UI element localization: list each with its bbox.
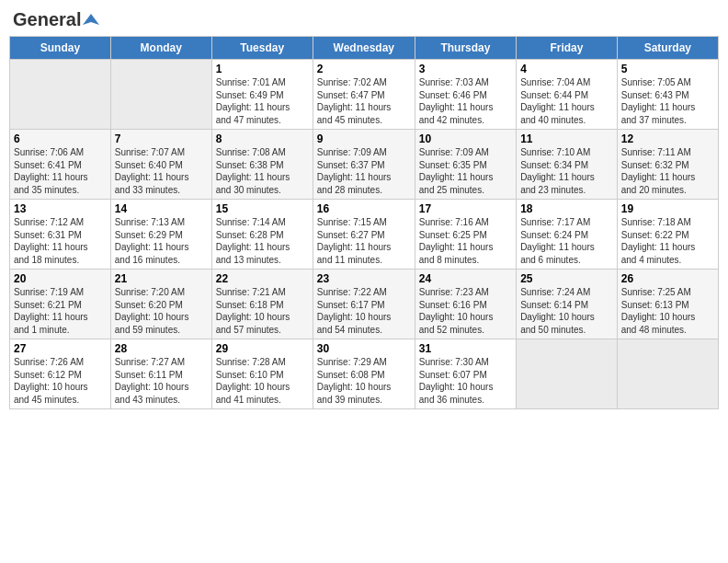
calendar-cell bbox=[110, 60, 211, 130]
day-number: 16 bbox=[317, 202, 411, 215]
calendar-week-row: 20Sunrise: 7:19 AM Sunset: 6:21 PM Dayli… bbox=[10, 270, 719, 339]
calendar-cell: 17Sunrise: 7:16 AM Sunset: 6:25 PM Dayli… bbox=[415, 200, 516, 270]
calendar-cell bbox=[617, 339, 718, 409]
day-number: 1 bbox=[216, 63, 309, 75]
day-info: Sunrise: 7:14 AM Sunset: 6:28 PM Dayligh… bbox=[216, 216, 309, 266]
calendar-week-row: 1Sunrise: 7:01 AM Sunset: 6:49 PM Daylig… bbox=[10, 60, 719, 130]
day-number: 18 bbox=[520, 202, 613, 215]
day-number: 30 bbox=[317, 342, 411, 355]
calendar-week-row: 27Sunrise: 7:26 AM Sunset: 6:12 PM Dayli… bbox=[10, 339, 719, 409]
calendar-cell: 31Sunrise: 7:30 AM Sunset: 6:07 PM Dayli… bbox=[415, 339, 516, 409]
col-header-friday: Friday bbox=[517, 37, 618, 60]
day-number: 9 bbox=[317, 132, 411, 145]
calendar-cell: 24Sunrise: 7:23 AM Sunset: 6:16 PM Dayli… bbox=[415, 270, 516, 339]
day-number: 27 bbox=[14, 342, 107, 355]
calendar-cell: 16Sunrise: 7:15 AM Sunset: 6:27 PM Dayli… bbox=[313, 200, 415, 270]
day-info: Sunrise: 7:08 AM Sunset: 6:38 PM Dayligh… bbox=[216, 146, 309, 196]
calendar-cell: 25Sunrise: 7:24 AM Sunset: 6:14 PM Dayli… bbox=[517, 270, 618, 339]
day-info: Sunrise: 7:27 AM Sunset: 6:11 PM Dayligh… bbox=[115, 356, 208, 406]
day-info: Sunrise: 7:25 AM Sunset: 6:13 PM Dayligh… bbox=[621, 286, 714, 336]
day-number: 26 bbox=[621, 272, 714, 285]
col-header-tuesday: Tuesday bbox=[211, 37, 313, 60]
day-info: Sunrise: 7:24 AM Sunset: 6:14 PM Dayligh… bbox=[520, 286, 613, 336]
day-info: Sunrise: 7:23 AM Sunset: 6:16 PM Dayligh… bbox=[419, 286, 512, 336]
day-info: Sunrise: 7:13 AM Sunset: 6:29 PM Dayligh… bbox=[115, 216, 208, 266]
calendar-cell: 23Sunrise: 7:22 AM Sunset: 6:17 PM Dayli… bbox=[313, 270, 415, 339]
calendar-cell: 22Sunrise: 7:21 AM Sunset: 6:18 PM Dayli… bbox=[211, 270, 313, 339]
calendar-cell: 20Sunrise: 7:19 AM Sunset: 6:21 PM Dayli… bbox=[10, 270, 111, 339]
day-number: 29 bbox=[216, 342, 309, 355]
day-number: 24 bbox=[419, 272, 512, 285]
day-info: Sunrise: 7:10 AM Sunset: 6:34 PM Dayligh… bbox=[520, 146, 613, 196]
calendar-cell: 8Sunrise: 7:08 AM Sunset: 6:38 PM Daylig… bbox=[211, 130, 313, 200]
calendar-cell bbox=[517, 339, 618, 409]
col-header-saturday: Saturday bbox=[617, 37, 718, 60]
day-info: Sunrise: 7:21 AM Sunset: 6:18 PM Dayligh… bbox=[216, 286, 309, 336]
day-info: Sunrise: 7:16 AM Sunset: 6:25 PM Dayligh… bbox=[419, 216, 512, 266]
calendar-cell: 26Sunrise: 7:25 AM Sunset: 6:13 PM Dayli… bbox=[617, 270, 718, 339]
calendar-cell: 7Sunrise: 7:07 AM Sunset: 6:40 PM Daylig… bbox=[110, 130, 211, 200]
day-info: Sunrise: 7:28 AM Sunset: 6:10 PM Dayligh… bbox=[216, 356, 309, 406]
calendar-cell: 28Sunrise: 7:27 AM Sunset: 6:11 PM Dayli… bbox=[110, 339, 211, 409]
calendar-cell: 29Sunrise: 7:28 AM Sunset: 6:10 PM Dayli… bbox=[211, 339, 313, 409]
day-number: 11 bbox=[520, 132, 613, 145]
day-info: Sunrise: 7:26 AM Sunset: 6:12 PM Dayligh… bbox=[14, 356, 107, 406]
calendar-cell: 3Sunrise: 7:03 AM Sunset: 6:46 PM Daylig… bbox=[415, 60, 516, 130]
logo-bird-icon bbox=[83, 12, 99, 29]
day-info: Sunrise: 7:15 AM Sunset: 6:27 PM Dayligh… bbox=[317, 216, 411, 266]
day-info: Sunrise: 7:04 AM Sunset: 6:44 PM Dayligh… bbox=[520, 76, 613, 126]
col-header-monday: Monday bbox=[110, 37, 211, 60]
day-number: 13 bbox=[14, 202, 107, 215]
calendar-cell: 9Sunrise: 7:09 AM Sunset: 6:37 PM Daylig… bbox=[313, 130, 415, 200]
calendar-header-row: SundayMondayTuesdayWednesdayThursdayFrid… bbox=[10, 37, 719, 60]
day-info: Sunrise: 7:30 AM Sunset: 6:07 PM Dayligh… bbox=[419, 356, 512, 406]
svg-marker-0 bbox=[83, 14, 99, 25]
day-number: 5 bbox=[621, 63, 714, 75]
calendar-cell: 6Sunrise: 7:06 AM Sunset: 6:41 PM Daylig… bbox=[10, 130, 111, 200]
calendar-cell: 14Sunrise: 7:13 AM Sunset: 6:29 PM Dayli… bbox=[110, 200, 211, 270]
day-number: 7 bbox=[115, 132, 208, 145]
day-info: Sunrise: 7:29 AM Sunset: 6:08 PM Dayligh… bbox=[317, 356, 411, 406]
day-info: Sunrise: 7:09 AM Sunset: 6:35 PM Dayligh… bbox=[419, 146, 512, 196]
day-number: 22 bbox=[216, 272, 309, 285]
day-number: 8 bbox=[216, 132, 309, 145]
day-number: 23 bbox=[317, 272, 411, 285]
day-number: 6 bbox=[14, 132, 107, 145]
day-info: Sunrise: 7:20 AM Sunset: 6:20 PM Dayligh… bbox=[115, 286, 208, 336]
day-info: Sunrise: 7:17 AM Sunset: 6:24 PM Dayligh… bbox=[520, 216, 613, 266]
day-number: 12 bbox=[621, 132, 714, 145]
logo: General bbox=[13, 9, 99, 29]
calendar-cell: 10Sunrise: 7:09 AM Sunset: 6:35 PM Dayli… bbox=[415, 130, 516, 200]
day-number: 21 bbox=[115, 272, 208, 285]
day-info: Sunrise: 7:22 AM Sunset: 6:17 PM Dayligh… bbox=[317, 286, 411, 336]
calendar-cell: 18Sunrise: 7:17 AM Sunset: 6:24 PM Dayli… bbox=[517, 200, 618, 270]
calendar-cell: 13Sunrise: 7:12 AM Sunset: 6:31 PM Dayli… bbox=[10, 200, 111, 270]
day-info: Sunrise: 7:18 AM Sunset: 6:22 PM Dayligh… bbox=[621, 216, 714, 266]
col-header-sunday: Sunday bbox=[10, 37, 111, 60]
calendar-cell: 5Sunrise: 7:05 AM Sunset: 6:43 PM Daylig… bbox=[617, 60, 718, 130]
calendar-cell: 30Sunrise: 7:29 AM Sunset: 6:08 PM Dayli… bbox=[313, 339, 415, 409]
day-number: 25 bbox=[520, 272, 613, 285]
day-number: 15 bbox=[216, 202, 309, 215]
calendar-cell: 15Sunrise: 7:14 AM Sunset: 6:28 PM Dayli… bbox=[211, 200, 313, 270]
day-number: 20 bbox=[14, 272, 107, 285]
day-number: 4 bbox=[520, 63, 613, 75]
calendar-cell: 12Sunrise: 7:11 AM Sunset: 6:32 PM Dayli… bbox=[617, 130, 718, 200]
calendar-cell: 27Sunrise: 7:26 AM Sunset: 6:12 PM Dayli… bbox=[10, 339, 111, 409]
day-number: 19 bbox=[621, 202, 714, 215]
day-number: 3 bbox=[419, 63, 512, 75]
day-info: Sunrise: 7:11 AM Sunset: 6:32 PM Dayligh… bbox=[621, 146, 714, 196]
calendar-cell bbox=[10, 60, 111, 130]
calendar-cell: 2Sunrise: 7:02 AM Sunset: 6:47 PM Daylig… bbox=[313, 60, 415, 130]
col-header-wednesday: Wednesday bbox=[313, 37, 415, 60]
day-number: 28 bbox=[115, 342, 208, 355]
calendar-week-row: 6Sunrise: 7:06 AM Sunset: 6:41 PM Daylig… bbox=[10, 130, 719, 200]
logo-general: General bbox=[13, 9, 81, 30]
page-header: General bbox=[9, 9, 719, 29]
calendar-cell: 1Sunrise: 7:01 AM Sunset: 6:49 PM Daylig… bbox=[211, 60, 313, 130]
day-number: 2 bbox=[317, 63, 411, 75]
day-info: Sunrise: 7:01 AM Sunset: 6:49 PM Dayligh… bbox=[216, 76, 309, 126]
day-number: 17 bbox=[419, 202, 512, 215]
day-number: 31 bbox=[419, 342, 512, 355]
day-info: Sunrise: 7:02 AM Sunset: 6:47 PM Dayligh… bbox=[317, 76, 411, 126]
